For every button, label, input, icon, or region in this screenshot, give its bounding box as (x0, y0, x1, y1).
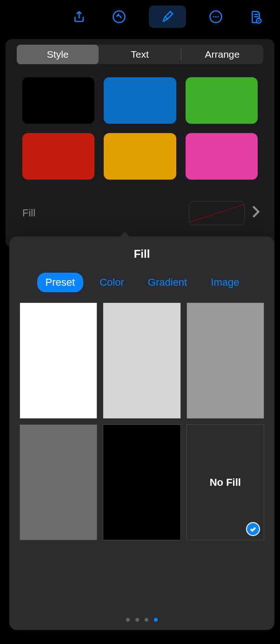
tab-text[interactable]: Text (99, 45, 180, 64)
preset-swatch[interactable] (103, 424, 180, 541)
page-dot (135, 618, 139, 622)
page-indicator[interactable] (9, 605, 274, 630)
preset-grid: No Fill (9, 302, 274, 540)
fill-tab-preset[interactable]: Preset (37, 273, 84, 292)
style-swatch[interactable] (22, 133, 94, 180)
checkmark-icon (246, 522, 260, 536)
tab-arrange-label: Arrange (205, 49, 240, 60)
style-swatch[interactable] (22, 77, 94, 124)
preset-swatch[interactable] (20, 424, 97, 541)
tab-arrange[interactable]: Arrange (181, 45, 263, 64)
fill-tab-gradient-label: Gradient (148, 276, 187, 288)
fill-row-label: Fill (22, 207, 35, 219)
preset-swatch[interactable] (20, 302, 97, 419)
preset-swatch[interactable] (103, 302, 180, 419)
chevron-right-icon (251, 205, 260, 221)
fill-tab-preset-label: Preset (46, 276, 75, 288)
format-panel: Style Text Arrange Fill (6, 39, 274, 248)
fill-current-thumb (189, 201, 245, 225)
preset-swatch[interactable] (187, 302, 264, 419)
style-swatch[interactable] (104, 77, 176, 124)
panel-segmented-control: Style Text Arrange (17, 45, 263, 64)
no-fill-label: No Fill (210, 476, 241, 489)
svg-point-2 (213, 16, 214, 18)
popover-tabs: Preset Color Gradient Image (9, 269, 274, 302)
fill-tab-color-label: Color (100, 276, 124, 288)
fill-tab-gradient[interactable]: Gradient (140, 273, 194, 292)
top-toolbar (0, 0, 280, 34)
fill-tab-color[interactable]: Color (92, 273, 132, 292)
tab-text-label: Text (131, 49, 149, 60)
svg-point-3 (215, 16, 217, 18)
tab-style[interactable]: Style (17, 45, 99, 64)
tab-style-label: Style (47, 49, 69, 60)
fill-row[interactable]: Fill (11, 193, 269, 234)
svg-point-4 (218, 16, 219, 18)
style-swatch[interactable] (186, 133, 258, 180)
page-dot (154, 618, 158, 622)
page-dot (145, 618, 148, 622)
svg-point-6 (258, 20, 260, 22)
format-brush-icon[interactable] (149, 6, 186, 28)
share-icon[interactable] (69, 7, 89, 27)
svg-point-0 (113, 11, 125, 23)
fill-popover: Fill Preset Color Gradient Image No Fill (9, 236, 274, 630)
document-options-icon[interactable] (246, 7, 266, 27)
fill-tab-image[interactable]: Image (203, 273, 247, 292)
fill-tab-image-label: Image (211, 276, 239, 288)
popover-title: Fill (9, 236, 274, 269)
style-swatch[interactable] (104, 133, 176, 180)
more-icon[interactable] (206, 7, 226, 27)
style-swatch[interactable] (186, 77, 258, 124)
preset-swatch-no-fill[interactable]: No Fill (187, 424, 264, 541)
page-dot (126, 618, 130, 622)
undo-icon[interactable] (109, 7, 129, 27)
style-swatch-grid (6, 59, 274, 193)
